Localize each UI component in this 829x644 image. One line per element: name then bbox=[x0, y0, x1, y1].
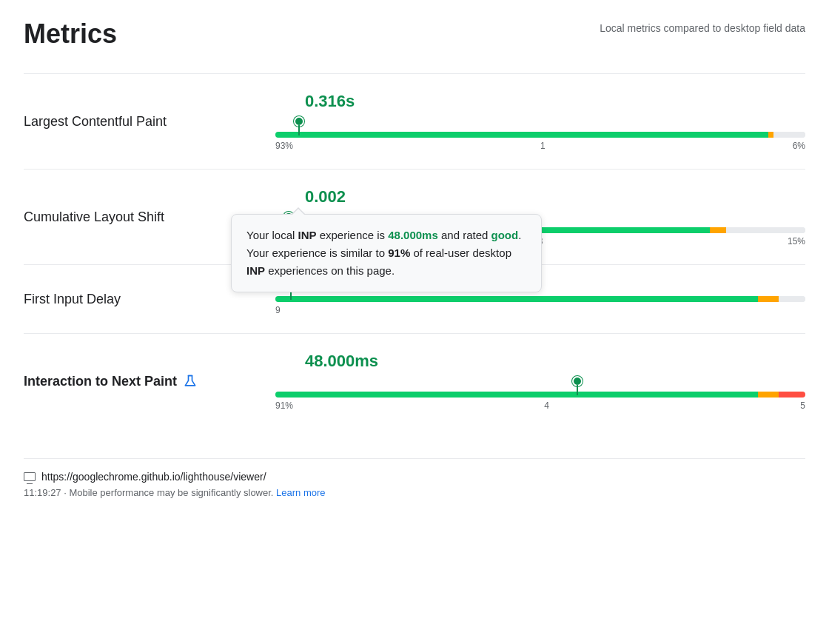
footer: https://googlechrome.github.io/lighthous… bbox=[24, 458, 805, 498]
learn-more-link[interactable]: Learn more bbox=[276, 487, 325, 498]
pin-lcp bbox=[294, 116, 304, 127]
timestamp: 11:19:27 bbox=[24, 487, 61, 498]
metric-row-cls: Cumulative Layout Shift0.00282%315%Your … bbox=[24, 169, 805, 264]
metrics-container: Largest Contentful Paint0.316s93%16%Cumu… bbox=[24, 73, 805, 429]
bar-labels-inp: 91%45 bbox=[275, 400, 805, 411]
metric-value-inp: 48.000ms bbox=[305, 352, 805, 371]
bar-lcp bbox=[275, 132, 805, 138]
metric-row-inp: Interaction to Next Paint48.000ms91%45 bbox=[24, 333, 805, 429]
metric-value-cls: 0.002 bbox=[305, 187, 805, 207]
warning-text: · Mobile performance may be significantl… bbox=[61, 487, 274, 498]
url-text: https://googlechrome.github.io/lighthous… bbox=[41, 471, 266, 483]
bar-inp bbox=[275, 392, 805, 398]
bar-labels-fid: 9 bbox=[275, 305, 805, 315]
footer-url-row: https://googlechrome.github.io/lighthous… bbox=[24, 471, 805, 483]
metric-label-inp: Interaction to Next Paint bbox=[24, 373, 275, 389]
bar-labels-lcp: 93%16% bbox=[275, 141, 805, 151]
metric-row-lcp: Largest Contentful Paint0.316s93%16% bbox=[24, 73, 805, 169]
metric-label-fid: First Input Delay bbox=[24, 292, 275, 307]
footer-time: 11:19:27 · Mobile performance may be sig… bbox=[24, 487, 805, 498]
pin-inp bbox=[572, 376, 583, 386]
metric-label-lcp: Largest Contentful Paint bbox=[24, 114, 275, 130]
lab-icon bbox=[183, 373, 198, 389]
header: Metrics Local metrics compared to deskto… bbox=[24, 18, 805, 50]
bar-fid bbox=[275, 296, 805, 302]
metric-chart-inp: 48.000ms91%45 bbox=[275, 352, 805, 411]
metric-chart-lcp: 0.316s93%16% bbox=[275, 92, 805, 151]
page-title: Metrics bbox=[24, 18, 117, 50]
header-subtitle: Local metrics compared to desktop field … bbox=[600, 22, 805, 34]
inp-tooltip: Your local INP experience is 48.000ms an… bbox=[231, 214, 542, 292]
monitor-icon bbox=[24, 472, 36, 481]
metric-value-lcp: 0.316s bbox=[305, 92, 805, 111]
